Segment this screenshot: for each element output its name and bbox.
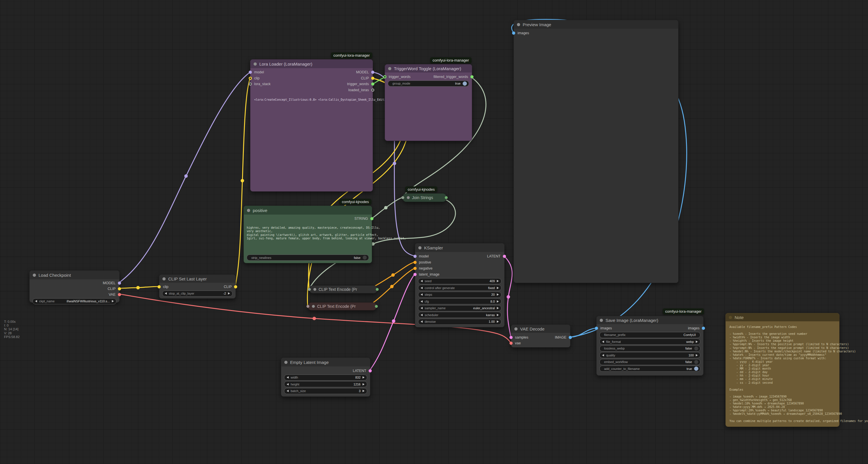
lora-syntax-text[interactable]: <lora:CreateConcept_Illustrious:0.8> <lo…: [254, 98, 398, 101]
join-input-port[interactable]: [401, 196, 404, 199]
latent-image-input-port[interactable]: [413, 273, 416, 276]
images-input-port[interactable]: [595, 327, 598, 330]
clip-output-port[interactable]: [118, 287, 121, 291]
node-lora-loader[interactable]: Lora Loader (LoraManager) model clip lor…: [250, 59, 373, 192]
node-note[interactable]: Note Available filename_prefix Pattern C…: [725, 313, 840, 427]
node-header[interactable]: positive: [244, 206, 372, 214]
samples-input-port[interactable]: [509, 336, 513, 339]
string-output-port[interactable]: [370, 217, 373, 220]
decrement-arrow-icon[interactable]: [287, 376, 289, 379]
filtered-trigger-words-output-port[interactable]: [470, 75, 473, 78]
toggle-dot-icon[interactable]: [694, 360, 699, 364]
node-collapse-dot[interactable]: [600, 319, 603, 322]
decrement-arrow-icon[interactable]: [421, 300, 423, 302]
decrement-arrow-icon[interactable]: [602, 341, 604, 343]
increment-arrow-icon[interactable]: [363, 390, 365, 392]
width-widget[interactable]: width832: [284, 375, 367, 381]
decrement-arrow-icon[interactable]: [35, 300, 37, 302]
toggle-dot-icon[interactable]: [694, 367, 699, 371]
steps-widget[interactable]: steps20: [418, 292, 501, 298]
node-collapse-dot[interactable]: [729, 316, 732, 319]
node-header[interactable]: Save Image (LoraManager): [597, 316, 703, 324]
increment-arrow-icon[interactable]: [112, 300, 114, 302]
latent-output-port[interactable]: [369, 369, 372, 372]
denoise-widget[interactable]: denoise1.00: [418, 319, 501, 325]
quality-widget[interactable]: quality100: [599, 352, 701, 358]
increment-arrow-icon[interactable]: [696, 341, 698, 343]
model-output-port[interactable]: [118, 281, 121, 285]
node-header[interactable]: KSampler: [415, 243, 504, 252]
increment-arrow-icon[interactable]: [497, 293, 499, 296]
file-format-widget[interactable]: file_formatwebp: [599, 339, 701, 345]
embed-workflow-toggle[interactable]: embed_workflowfalse: [599, 359, 701, 365]
increment-arrow-icon[interactable]: [497, 287, 499, 289]
graph-canvas[interactable]: comfyui-lora-manager comfyui-lora-manage…: [0, 0, 868, 464]
height-widget[interactable]: height1216: [284, 381, 367, 387]
decrement-arrow-icon[interactable]: [421, 314, 423, 316]
vae-input-port[interactable]: [509, 342, 513, 345]
node-collapse-dot[interactable]: [254, 62, 257, 65]
note-text[interactable]: Available filename_prefix Pattern Codes …: [730, 325, 868, 423]
node-clip-text-encode-positive[interactable]: CLIP Text Encode (Pr: [309, 285, 377, 293]
node-header[interactable]: CLIP Set Last Layer: [159, 275, 236, 283]
node-collapse-dot[interactable]: [284, 361, 287, 364]
latent-output-port[interactable]: [503, 255, 506, 258]
decrement-arrow-icon[interactable]: [421, 287, 423, 289]
images-output-port[interactable]: [702, 327, 705, 330]
node-header[interactable]: VAE Decode: [511, 325, 570, 333]
positive-input-port[interactable]: [413, 261, 416, 264]
cfg-widget[interactable]: cfg8.0: [418, 298, 501, 304]
node-header[interactable]: Preview Image: [514, 20, 678, 29]
conditioning-output-port[interactable]: [375, 305, 378, 308]
lora-stack-input-port[interactable]: [249, 83, 252, 86]
clip-output-port[interactable]: [371, 77, 374, 80]
add-counter-toggle[interactable]: add_counter_to_filenametrue: [599, 366, 701, 372]
stop-at-clip-layer-widget[interactable]: stop_at_clip_layer-2: [162, 291, 232, 297]
ckpt-name-widget[interactable]: ckpt_nameil\waiNSFWIllustrious_v110.s...: [32, 298, 117, 304]
group-mode-toggle[interactable]: group_mode true: [388, 81, 469, 87]
node-preview-image[interactable]: Preview Image images: [514, 20, 679, 283]
encode-input-port[interactable]: [307, 305, 309, 308]
increment-arrow-icon[interactable]: [696, 354, 698, 356]
toggle-dot-icon[interactable]: [694, 346, 699, 351]
node-header[interactable]: Empty Latent Image: [281, 358, 370, 367]
images-input-port[interactable]: [512, 31, 515, 34]
node-collapse-dot[interactable]: [514, 327, 518, 330]
increment-arrow-icon[interactable]: [363, 376, 365, 379]
node-vae-decode[interactable]: VAE Decode samples IMAGE vae: [511, 324, 570, 348]
prompt-text[interactable]: highres, very detailed, amazing quality,…: [247, 226, 406, 240]
trigger-words-input-port[interactable]: [383, 75, 386, 78]
decrement-arrow-icon[interactable]: [287, 390, 289, 392]
clip-input-port[interactable]: [249, 77, 252, 80]
node-collapse-dot[interactable]: [247, 209, 250, 212]
model-input-port[interactable]: [249, 71, 252, 74]
filename-prefix-widget[interactable]: filename_prefixComfyUI: [599, 332, 701, 338]
toggle-dot-icon[interactable]: [463, 81, 467, 86]
node-header[interactable]: Note: [726, 313, 839, 321]
increment-arrow-icon[interactable]: [497, 300, 499, 302]
node-clip-set-last-layer[interactable]: CLIP Set Last Layer clip CLIP stop_at_cl…: [159, 274, 236, 298]
trigger-words-output-port[interactable]: [371, 83, 374, 86]
image-output-port[interactable]: [569, 336, 572, 339]
lossless-webp-toggle[interactable]: lossless_webpfalse: [599, 346, 701, 351]
decrement-arrow-icon[interactable]: [421, 280, 423, 282]
model-output-port[interactable]: [371, 71, 374, 74]
seed-widget[interactable]: seed409: [418, 278, 501, 284]
node-collapse-dot[interactable]: [312, 305, 315, 308]
node-header[interactable]: TriggerWord Toggle (LoraManager): [385, 64, 472, 72]
batch-size-widget[interactable]: batch_size3: [284, 388, 367, 394]
increment-arrow-icon[interactable]: [497, 320, 499, 323]
toggle-dot-icon[interactable]: [363, 256, 367, 260]
increment-arrow-icon[interactable]: [497, 307, 499, 309]
node-collapse-dot[interactable]: [517, 23, 520, 26]
node-collapse-dot[interactable]: [313, 288, 316, 291]
increment-arrow-icon[interactable]: [497, 314, 499, 316]
model-input-port[interactable]: [413, 255, 416, 258]
node-positive-prompt[interactable]: positive STRING highres, very detailed, …: [244, 206, 372, 263]
decrement-arrow-icon[interactable]: [421, 293, 423, 296]
sampler-name-widget[interactable]: sampler_nameeuler_ancestral: [418, 305, 501, 311]
node-join-strings[interactable]: Join Strings: [403, 193, 446, 202]
negative-input-port[interactable]: [413, 267, 416, 270]
node-collapse-dot[interactable]: [418, 246, 422, 250]
node-collapse-dot[interactable]: [33, 273, 36, 277]
